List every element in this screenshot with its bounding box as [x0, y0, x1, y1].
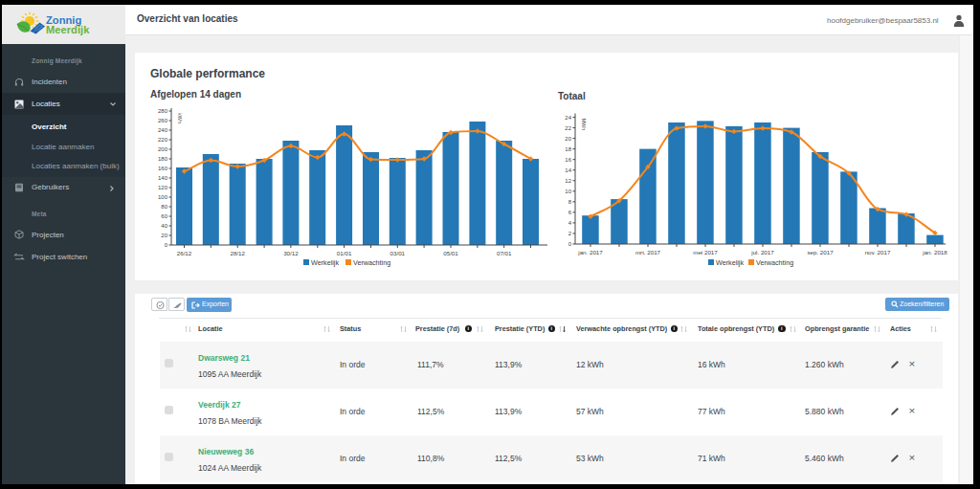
svg-text:01/01: 01/01	[337, 250, 352, 256]
svg-text:140: 140	[158, 175, 168, 181]
svg-text:260: 260	[158, 118, 168, 123]
svg-text:18: 18	[565, 146, 571, 152]
svg-text:0: 0	[568, 241, 572, 247]
svg-text:220: 220	[158, 137, 168, 143]
svg-text:Werkelijk: Werkelijk	[716, 258, 744, 267]
svg-text:4: 4	[568, 220, 572, 226]
svg-text:sep. 2017: sep. 2017	[807, 249, 834, 256]
svg-text:0: 0	[165, 242, 168, 248]
svg-text:20: 20	[565, 136, 571, 142]
svg-text:Verwachting: Verwachting	[756, 258, 793, 267]
svg-text:2: 2	[568, 231, 572, 236]
svg-text:60: 60	[161, 213, 167, 219]
svg-text:16: 16	[565, 157, 571, 163]
svg-text:12: 12	[565, 178, 571, 184]
svg-text:Meerdijk: Meerdijk	[46, 24, 90, 35]
svg-text:180: 180	[158, 156, 168, 162]
svg-text:30/12: 30/12	[283, 250, 299, 256]
svg-text:22: 22	[565, 125, 571, 131]
svg-text:nov. 2017: nov. 2017	[865, 249, 891, 256]
svg-text:10: 10	[565, 189, 571, 194]
svg-text:80: 80	[161, 204, 167, 210]
svg-text:MWh: MWh	[581, 119, 587, 131]
svg-text:05/01: 05/01	[443, 250, 458, 256]
svg-text:8: 8	[568, 199, 572, 205]
svg-text:100: 100	[158, 194, 168, 200]
svg-text:03/01: 03/01	[390, 250, 406, 256]
svg-text:240: 240	[158, 127, 168, 133]
svg-text:kWh: kWh	[177, 113, 183, 123]
svg-text:160: 160	[158, 166, 168, 171]
svg-text:mrt. 2017: mrt. 2017	[635, 249, 661, 256]
svg-text:Werkelijk: Werkelijk	[311, 258, 339, 267]
svg-text:6: 6	[568, 210, 572, 215]
svg-text:jul. 2017: jul. 2017	[750, 249, 774, 256]
svg-text:jan. 2017: jan. 2017	[577, 249, 603, 256]
svg-text:28/12: 28/12	[230, 250, 245, 256]
svg-text:14: 14	[565, 167, 571, 173]
svg-text:26/12: 26/12	[177, 250, 192, 256]
svg-text:Verwachting: Verwachting	[353, 258, 390, 267]
svg-text:jan. 2018: jan. 2018	[922, 249, 947, 256]
svg-text:280: 280	[158, 108, 168, 114]
svg-text:24: 24	[565, 115, 571, 121]
svg-text:40: 40	[161, 223, 167, 229]
svg-text:120: 120	[158, 185, 168, 190]
svg-text:07/01: 07/01	[497, 250, 512, 256]
svg-text:mei 2017: mei 2017	[693, 249, 718, 256]
svg-text:20: 20	[161, 233, 167, 238]
svg-text:200: 200	[158, 146, 168, 152]
